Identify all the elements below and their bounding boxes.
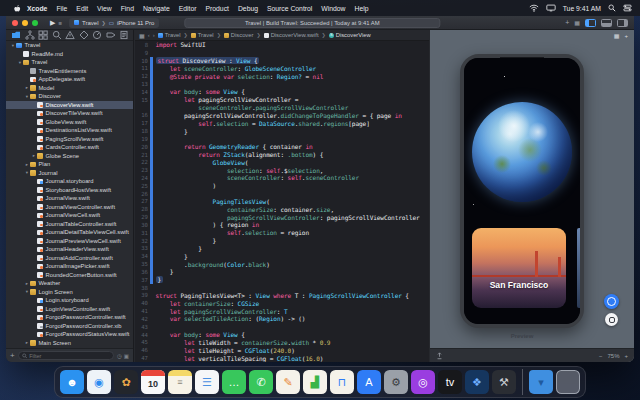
file-tree-item[interactable]: ReadMe.md xyxy=(6,50,133,59)
menu-item-help[interactable]: Help xyxy=(350,5,373,12)
file-tree-item[interactable]: ForgotPasswordController.swift xyxy=(6,313,133,322)
debug-navigator-icon[interactable] xyxy=(92,30,102,40)
zoom-in-button[interactable]: + xyxy=(624,353,628,359)
menu-item-edit[interactable]: Edit xyxy=(72,5,93,12)
inspector-toggle-button[interactable] xyxy=(617,19,628,27)
test-navigator-icon[interactable] xyxy=(79,30,89,40)
file-tree-item[interactable]: JournalImagePicker.swift xyxy=(6,262,133,271)
dock-item-xcode[interactable]: ⚒ xyxy=(492,370,516,394)
project-navigator-icon[interactable] xyxy=(11,30,21,40)
menu-item-file[interactable]: File xyxy=(52,5,72,12)
stop-button[interactable]: ■ xyxy=(58,20,62,26)
debug-area-toggle-button[interactable] xyxy=(601,19,612,27)
zoom-window-button[interactable] xyxy=(32,20,38,26)
control-center-icon[interactable] xyxy=(623,4,632,12)
editor-options-button[interactable]: ▦ xyxy=(574,20,580,26)
close-window-button[interactable] xyxy=(12,20,18,26)
editor-layout-icon[interactable]: ▦ xyxy=(614,32,620,39)
filter-input[interactable] xyxy=(29,353,110,359)
breadcrumb-item[interactable]: DiscoverView.swift xyxy=(264,32,319,38)
related-items-icon[interactable]: ▦ xyxy=(139,32,145,39)
menu-item-xcode[interactable]: Xcode xyxy=(23,5,52,12)
file-tree-item[interactable]: StoryboardHostView.swift xyxy=(6,186,133,195)
preview-on-device-button[interactable] xyxy=(605,313,618,326)
live-preview-button[interactable] xyxy=(604,294,619,309)
dock-item-messages[interactable]: … xyxy=(222,370,246,394)
dock-item-facetime[interactable]: ✆ xyxy=(249,370,273,394)
dock-item-pages[interactable]: ✎ xyxy=(276,370,300,394)
report-navigator-icon[interactable] xyxy=(119,30,129,40)
breadcrumb-item[interactable]: Travel xyxy=(158,32,181,38)
file-tree-item[interactable]: ForgotPasswordStatusView.swift xyxy=(6,330,133,339)
display-icon[interactable] xyxy=(546,4,556,12)
file-tree-item[interactable]: LoginViewController.swift xyxy=(6,305,133,314)
iphone-preview-device[interactable]: San Francisco xyxy=(460,54,584,328)
run-button[interactable]: ▶ xyxy=(50,19,55,27)
back-button[interactable]: ‹ xyxy=(148,32,150,38)
file-tree-item[interactable]: ForgotPasswordController.xib xyxy=(6,322,133,331)
file-tree-item[interactable]: JournalViewController.swift xyxy=(6,203,133,212)
dock-item-reminders[interactable]: ☰ xyxy=(195,370,219,394)
menu-clock[interactable]: Tue 9:41 AM xyxy=(563,5,601,12)
source-control-navigator-icon[interactable] xyxy=(25,30,35,40)
file-tree-item[interactable]: ▸Globe Scene xyxy=(6,152,133,161)
file-tree-item[interactable]: Login.storyboard xyxy=(6,296,133,305)
minimize-window-button[interactable] xyxy=(22,20,28,26)
file-tree-item[interactable]: AppDelegate.swift xyxy=(6,75,133,84)
source-code-area[interactable]: 8import SwiftUI910struct DiscoverView : … xyxy=(135,41,429,362)
file-tree-item[interactable]: ▾Login Screen xyxy=(6,288,133,297)
pin-preview-icon[interactable] xyxy=(436,352,443,360)
menu-item-find[interactable]: Find xyxy=(116,5,138,12)
breadcrumb-item[interactable]: Discover xyxy=(224,32,254,38)
breakpoint-navigator-icon[interactable] xyxy=(106,30,116,40)
recent-files-filter-icon[interactable]: ◷ xyxy=(117,353,122,359)
menu-item-view[interactable]: View xyxy=(93,5,117,12)
file-tree-item[interactable]: ▾Discover xyxy=(6,92,133,101)
find-navigator-icon[interactable] xyxy=(52,30,62,40)
issue-navigator-icon[interactable] xyxy=(65,30,75,40)
file-tree-item[interactable]: ▾Travel xyxy=(6,58,133,67)
dock-item-keynote[interactable]: ⊓ xyxy=(330,370,354,394)
dock-item-photos[interactable]: ✿ xyxy=(114,370,138,394)
file-tree-item[interactable]: ▾Journal xyxy=(6,169,133,178)
source-control-filter-icon[interactable]: ▣ xyxy=(124,353,129,359)
add-file-button[interactable]: + xyxy=(10,351,15,360)
menu-item-source-control[interactable]: Source Control xyxy=(262,5,316,12)
zoom-out-button[interactable]: − xyxy=(599,353,603,359)
file-tree-item[interactable]: GlobeView.swift xyxy=(6,118,133,127)
menu-item-product[interactable]: Product xyxy=(201,5,233,12)
add-editor-icon[interactable]: + xyxy=(624,33,628,39)
dock-item-numbers[interactable]: ▟ xyxy=(303,370,327,394)
breadcrumb-item[interactable]: Travel xyxy=(191,32,214,38)
dock-item-calendar[interactable]: 10 xyxy=(141,370,165,394)
file-tree-item[interactable]: ▸Plan xyxy=(6,160,133,169)
file-tree-item[interactable]: DiscoverView.swift xyxy=(6,101,133,110)
library-plus-button[interactable]: + xyxy=(565,19,569,26)
file-tree-item[interactable]: JournalDetailTableViewCell.swift xyxy=(6,228,133,237)
file-tree-item[interactable]: JournalViewCell.swift xyxy=(6,211,133,220)
menu-item-editor[interactable]: Editor xyxy=(174,5,201,12)
breadcrumb-item[interactable]: SDiscoverView xyxy=(329,32,371,38)
file-tree-item[interactable]: JournalHeaderView.swift xyxy=(6,245,133,254)
dock-item-tv[interactable]: tv xyxy=(438,370,462,394)
file-tree-item[interactable]: DiscoverTileView.swift xyxy=(6,109,133,118)
file-tree-item[interactable]: TravelEntitlements xyxy=(6,67,133,76)
file-tree-item[interactable]: JournalAddController.swift xyxy=(6,254,133,263)
dock-item-system-preferences[interactable]: ⚙ xyxy=(384,370,408,394)
symbol-navigator-icon[interactable] xyxy=(38,30,48,40)
dock-item-safari[interactable]: ◉ xyxy=(87,370,111,394)
file-tree-item[interactable]: Journal.storyboard xyxy=(6,177,133,186)
file-tree-item[interactable]: JournalTableController.swift xyxy=(6,220,133,229)
file-tree-item[interactable]: ▸Model xyxy=(6,84,133,93)
dock-item-developer[interactable]: ❖ xyxy=(465,370,489,394)
apple-menu-icon[interactable] xyxy=(8,4,23,13)
file-tree-item[interactable]: JournalView.swift xyxy=(6,194,133,203)
scheme-selector[interactable]: Travel ❯ ▭ iPhone 11 Pro xyxy=(69,18,159,28)
menu-item-navigate[interactable]: Navigate xyxy=(138,5,174,12)
file-tree-item[interactable]: PagingScrollView.swift xyxy=(6,135,133,144)
dock-item-trash[interactable] xyxy=(556,370,580,394)
filter-field[interactable] xyxy=(18,351,114,360)
dock-item-notes[interactable]: ≡ xyxy=(168,370,192,394)
menu-item-window[interactable]: Window xyxy=(317,5,350,12)
file-tree-item[interactable]: JournalPreviewViewCell.swift xyxy=(6,237,133,246)
